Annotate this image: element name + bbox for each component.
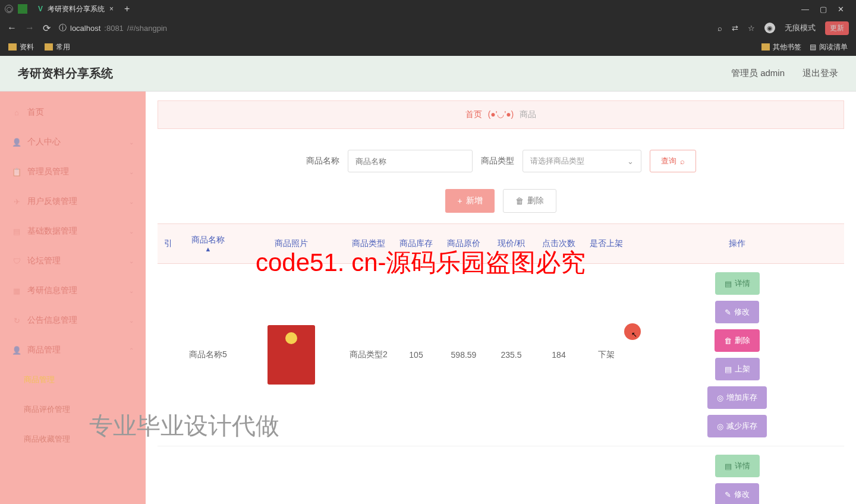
th-shelf: 是否上架 — [583, 224, 630, 263]
detail-button[interactable]: ▤详情 — [715, 272, 760, 295]
sidebar-sub-review[interactable]: 商品评价管理 — [0, 395, 146, 424]
update-button[interactable]: 更新 — [825, 21, 849, 35]
refresh-icon: ↻ — [12, 316, 21, 325]
shield-icon: 🛡 — [12, 256, 21, 266]
sidebar-item-feedback[interactable]: ✈ 用户反馈管理 ⌄ — [0, 187, 146, 216]
bookmark-bar: 资料 常用 其他书签 ▤ 阅读清单 — [0, 38, 856, 56]
home-icon: ⌂ — [12, 108, 21, 117]
sidebar-item-forum[interactable]: 🛡 论坛管理 ⌄ — [0, 246, 146, 276]
star-icon[interactable]: ☆ — [748, 24, 755, 33]
trash-icon: 🗑 — [515, 196, 524, 206]
chevron-down-icon: ⌄ — [129, 288, 134, 294]
address-bar: ← → ⟳ ⓘ localhost:8081/#/shangpin ⌕ ⇄ ☆ … — [0, 18, 856, 38]
th-photo: 商品照片 — [238, 224, 345, 263]
new-tab-button[interactable]: + — [124, 4, 130, 14]
clipboard-icon: 📋 — [12, 167, 21, 177]
reload-icon[interactable]: ⟳ — [43, 23, 51, 34]
forward-icon[interactable]: → — [25, 23, 34, 33]
browser-icon: ◯ — [5, 5, 13, 13]
tab-bar: ◯ V 考研资料分享系统 × + — ▢ ✕ — [0, 0, 856, 18]
sidebar-item-profile[interactable]: 👤 个人中心 ⌄ — [0, 127, 146, 157]
trash-icon: 🗑 — [724, 336, 732, 345]
product-image — [268, 325, 315, 385]
chevron-down-icon: ⌄ — [129, 139, 134, 146]
name-label: 商品名称 — [306, 156, 339, 166]
sidebar: ⌂ 首页 👤 个人中心 ⌄ 📋 管理员管理 ⌄ ✈ 用户反馈管理 ⌄ ▤ 基础数… — [0, 92, 146, 504]
window-maximize[interactable]: ▢ — [820, 5, 827, 14]
breadcrumb-current: 商品 — [520, 109, 536, 119]
sidebar-item-basedata[interactable]: ▤ 基础数据管理 ⌄ — [0, 216, 146, 246]
shelf-button[interactable]: ▤上架 — [715, 358, 760, 380]
chevron-down-icon: ⌄ — [129, 169, 134, 175]
row-delete-button[interactable]: 🗑删除 — [715, 329, 760, 352]
th-clicks: 点击次数 — [535, 224, 583, 263]
window-minimize[interactable]: — — [801, 5, 809, 14]
app-title: 考研资料分享系统 — [18, 65, 113, 81]
cell-type: 商品类型2 — [345, 349, 392, 360]
translate-icon[interactable]: ⇄ — [732, 24, 738, 33]
reduce-stock-button[interactable]: ◎减少库存 — [707, 415, 767, 437]
url-input[interactable]: ⓘ localhost:8081/#/shangpin — [59, 23, 167, 33]
folder-icon — [45, 43, 53, 51]
filter-bar: 商品名称 商品类型 请选择商品类型 ⌄ 查询 ⌕ — [146, 138, 856, 178]
table-row: 商品名称5 商品类型2 105 598.59 235.5 184 下架 ▤详情 … — [158, 264, 844, 446]
cell-clicks: 184 — [535, 350, 583, 360]
edit-button[interactable]: ✎修改 — [715, 483, 759, 504]
folder-icon — [761, 43, 770, 51]
bookmark-folder-1[interactable]: 资料 — [8, 42, 34, 52]
admin-label[interactable]: 管理员 admin — [731, 68, 785, 79]
detail-button[interactable]: ▤详情 — [715, 455, 760, 477]
vue-icon: V — [38, 5, 43, 13]
sidebar-item-exam[interactable]: ▦ 考研信息管理 ⌄ — [0, 276, 146, 305]
sidebar-item-admin[interactable]: 📋 管理员管理 ⌄ — [0, 157, 146, 187]
tab-title: 考研资料分享系统 — [48, 4, 105, 14]
bookmark-folder-2[interactable]: 常用 — [45, 42, 70, 52]
type-select[interactable]: 请选择商品类型 ⌄ — [523, 150, 641, 172]
query-button[interactable]: 查询 ⌕ — [650, 150, 696, 172]
incognito-label: 无痕模式 — [785, 23, 816, 33]
folder-icon — [8, 43, 17, 51]
doc-icon: ▤ — [725, 365, 732, 374]
cell-shelf: 下架 — [583, 349, 630, 360]
doc-icon: ▤ — [725, 462, 732, 471]
th-nprice: 现价/积 — [487, 224, 535, 263]
plus-icon: + — [457, 196, 462, 206]
logout-link[interactable]: 退出登录 — [802, 68, 838, 79]
browser-tab[interactable]: V 考研资料分享系统 × — [32, 2, 119, 17]
app-header: 考研资料分享系统 管理员 admin 退出登录 — [0, 56, 856, 92]
sidebar-sub-product[interactable]: 商品管理 — [0, 365, 146, 395]
close-tab-icon[interactable]: × — [109, 5, 114, 13]
th-stock: 商品库存 — [392, 224, 440, 263]
key-icon[interactable]: ⌕ — [717, 24, 722, 33]
send-icon: ✈ — [12, 197, 21, 206]
sidebar-sub-favorite[interactable]: 商品收藏管理 — [0, 424, 146, 454]
sidebar-item-home[interactable]: ⌂ 首页 — [0, 97, 146, 127]
user-icon: 👤 — [12, 345, 21, 355]
incognito-icon: ◉ — [764, 23, 775, 33]
location-icon: ◎ — [717, 422, 723, 431]
face-icon: (●'◡'●) — [488, 109, 514, 119]
sidebar-item-notice[interactable]: ↻ 公告信息管理 ⌄ — [0, 305, 146, 335]
name-input[interactable] — [348, 150, 473, 172]
back-icon[interactable]: ← — [7, 23, 17, 33]
reading-list[interactable]: ▤ 阅读清单 — [810, 42, 848, 52]
edit-button[interactable]: ✎修改 — [715, 301, 759, 323]
delete-button[interactable]: 🗑 删除 — [503, 189, 556, 213]
user-icon: 👤 — [12, 137, 21, 147]
window-close[interactable]: ✕ — [838, 5, 844, 14]
search-icon: ⌕ — [680, 157, 685, 166]
breadcrumb: 首页 (●'◡'●) 商品 — [158, 100, 844, 129]
add-button[interactable]: + 新增 — [445, 189, 494, 213]
th-ops: 操作 — [630, 224, 844, 263]
table-icon: ▦ — [12, 286, 21, 295]
chevron-down-icon: ⌄ — [627, 157, 634, 166]
main-content: 首页 (●'◡'●) 商品 商品名称 商品类型 请选择商品类型 ⌄ 查询 ⌕ — [146, 92, 856, 504]
chevron-down-icon: ⌄ — [129, 317, 134, 324]
sidebar-item-product[interactable]: 👤 商品管理 ⌃ — [0, 335, 146, 365]
add-stock-button[interactable]: ◎增加库存 — [707, 386, 767, 409]
table-row: 商品名称1 商品类型1 104 676.99 450.73 198 上架 ▤详情… — [158, 446, 844, 504]
app-icon — [18, 4, 27, 14]
table-header: 引 商品名称▲ 商品照片 商品类型 商品库存 商品原价 现价/积 点击次数 是否… — [158, 223, 844, 264]
other-bookmarks[interactable]: 其他书签 — [761, 42, 801, 52]
breadcrumb-home[interactable]: 首页 — [465, 109, 482, 119]
